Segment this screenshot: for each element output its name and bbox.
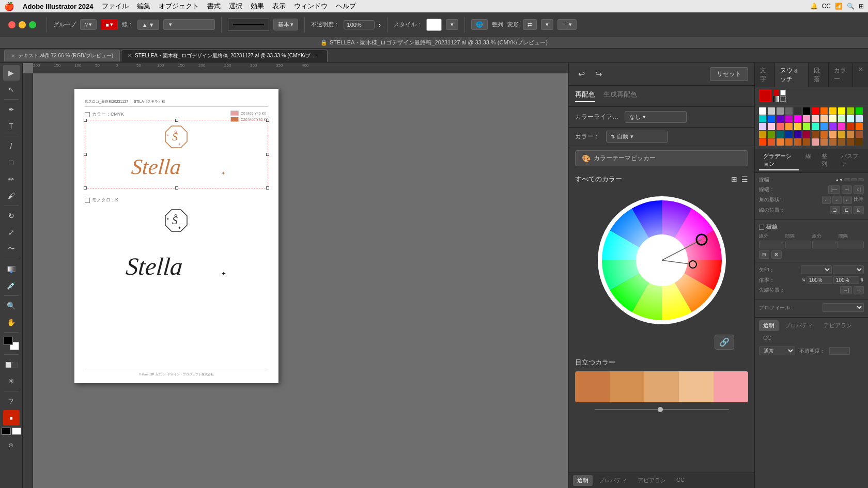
color-grad[interactable] <box>773 96 779 102</box>
color-select[interactable]: ⇅ 自動 ▾ <box>606 131 668 143</box>
swatch-cell-4[interactable] <box>794 107 801 115</box>
mono-checkbox[interactable] <box>85 198 90 203</box>
stroke-pos-0[interactable]: ⊐ <box>830 206 840 214</box>
swatch-cell-50[interactable] <box>777 138 784 146</box>
props-bottom-tab-1[interactable]: プロパティ <box>781 320 817 331</box>
type-tool-button[interactable]: T <box>3 118 20 134</box>
stroke-pos-1[interactable]: ⊏ <box>842 206 852 214</box>
dashed-adjust-1[interactable]: ⊠ <box>771 250 782 259</box>
profile-select[interactable] <box>823 303 864 312</box>
style-chevron[interactable]: ▾ <box>446 19 458 30</box>
corner-1[interactable]: ⌐ <box>832 196 841 204</box>
globe-button[interactable]: 🌐 <box>471 19 488 30</box>
bottom-tab-cc[interactable]: CC <box>672 475 689 486</box>
swatch-cell-36[interactable] <box>759 131 766 138</box>
dashed-gap-input-1[interactable] <box>839 241 864 248</box>
reset-button[interactable]: リセット <box>710 67 748 81</box>
swatch-cell-27[interactable] <box>785 123 793 130</box>
prominent-swatch-2[interactable] <box>644 371 679 402</box>
swatch-cell-20[interactable] <box>829 115 836 122</box>
props-tab-paragraph[interactable]: 段落 <box>809 63 829 87</box>
swatch-cell-34[interactable] <box>847 123 854 130</box>
props-bottom-tab-3[interactable]: CC <box>759 333 776 342</box>
swatch-cell-30[interactable] <box>812 123 819 130</box>
kihon-dropdown[interactable]: 基本 ▾ <box>273 19 298 30</box>
swatch-cell-23[interactable] <box>856 115 863 122</box>
stroke-preset-2[interactable] <box>858 178 864 181</box>
align-tab[interactable]: 整列 <box>817 151 835 170</box>
slider-thumb[interactable] <box>658 407 663 412</box>
gradient-tool-button[interactable] <box>3 261 20 277</box>
pen-tool-button[interactable]: ✒ <box>3 102 20 117</box>
swatch-cell-26[interactable] <box>777 123 784 130</box>
swatch-cell-2[interactable] <box>777 107 784 115</box>
wheel-list-button[interactable]: ☰ <box>741 175 748 183</box>
theme-picker-button[interactable]: 🎨 カラーテーマピッカー <box>575 150 748 166</box>
blob-brush-button[interactable]: 🖌 <box>3 188 20 203</box>
props-tab-color[interactable]: カラー <box>829 63 854 87</box>
flip-horizontal-button[interactable]: ⇄ <box>523 19 537 30</box>
blend-mode-select[interactable]: 通常 <box>759 347 795 355</box>
question-tool-button[interactable]: ? ▾ <box>80 19 97 30</box>
arrow-end-select[interactable] <box>833 265 864 274</box>
eyedropper-tool-button[interactable]: 💉 <box>3 278 20 293</box>
menu-select[interactable]: 選択 <box>229 2 242 11</box>
color-life-select[interactable]: なし ▾ <box>625 111 687 123</box>
swatch-cell-21[interactable] <box>838 115 845 122</box>
swatch-cell-46[interactable] <box>847 131 854 138</box>
hand-tool-button[interactable]: ✋ <box>3 314 20 330</box>
swatch-cell-33[interactable] <box>838 123 845 130</box>
wheel-marker-2[interactable] <box>689 261 696 268</box>
prominent-swatches[interactable] <box>575 371 748 402</box>
swatch-cell-29[interactable] <box>803 123 810 130</box>
scale-tool-button[interactable]: ⤢ <box>3 225 20 240</box>
redo-button[interactable]: ↪ <box>592 68 605 80</box>
rect-tool-button[interactable]: □ <box>3 155 20 170</box>
prominent-swatch-1[interactable] <box>610 371 644 402</box>
fg-color-box[interactable] <box>4 337 13 345</box>
prominent-slider[interactable] <box>595 406 729 413</box>
swatch-cell-41[interactable] <box>803 131 810 138</box>
scale-end-input[interactable] <box>833 276 859 284</box>
search-icon[interactable]: 🔍 <box>847 3 855 10</box>
swatch-cell-15[interactable] <box>785 115 793 122</box>
bottom-tab-transparent[interactable]: 透明 <box>573 475 593 486</box>
swatch-cell-13[interactable] <box>768 115 775 122</box>
swatch-cell-38[interactable] <box>777 131 784 138</box>
tab-1-close[interactable]: ✕ <box>128 53 132 58</box>
swatch-cell-42[interactable] <box>812 131 819 138</box>
tab-1[interactable]: ✕ STELLEA・園木様_ロゴデザイン最終稿_20231127.ai @ 33… <box>121 50 328 62</box>
wheel-grid-button[interactable]: ⊞ <box>731 175 737 183</box>
swatch-cell-35[interactable] <box>856 123 863 130</box>
scale-start-input[interactable] <box>807 276 832 284</box>
cc-icon[interactable]: CC <box>822 3 831 10</box>
color-none[interactable] <box>780 96 786 102</box>
swatch-cell-51[interactable] <box>785 138 793 146</box>
swatch-cell-45[interactable] <box>838 131 845 138</box>
stroke-tab[interactable]: 線 <box>801 151 815 170</box>
dashed-seg-input-1[interactable] <box>812 241 838 248</box>
prominent-swatch-3[interactable] <box>679 371 714 402</box>
more-icon[interactable]: › <box>379 21 381 29</box>
minimize-window-button[interactable] <box>19 21 26 28</box>
swatch-cell-53[interactable] <box>803 138 810 146</box>
tip-pos-1[interactable]: ⊣ <box>854 286 864 294</box>
apple-menu-icon[interactable]: 🍎 <box>4 2 14 11</box>
swatch-cell-18[interactable] <box>812 115 819 122</box>
dashed-adjust-0[interactable]: ⊟ <box>759 250 769 259</box>
color-fg[interactable] <box>773 90 779 96</box>
swatch-cell-47[interactable] <box>856 131 863 138</box>
menu-window[interactable]: ウィンドウ <box>294 2 328 11</box>
bottom-tab-appearance[interactable]: アピアラン <box>633 475 670 486</box>
menu-edit[interactable]: 編集 <box>137 2 150 11</box>
swatch-cell-54[interactable] <box>812 138 819 146</box>
menu-effect[interactable]: 効果 <box>251 2 264 11</box>
swatch-cell-25[interactable] <box>768 123 775 130</box>
color-picker-large-button[interactable]: ■ <box>3 410 20 426</box>
swatch-cell-48[interactable] <box>759 138 766 146</box>
stroke-pos-2[interactable]: ⊡ <box>854 206 864 214</box>
swatch-cell-31[interactable] <box>820 123 828 130</box>
change-mode-button[interactable]: ⬜⬛ <box>3 357 20 372</box>
swatch-cell-43[interactable] <box>820 131 828 138</box>
menu-file[interactable]: ファイル <box>102 2 129 11</box>
